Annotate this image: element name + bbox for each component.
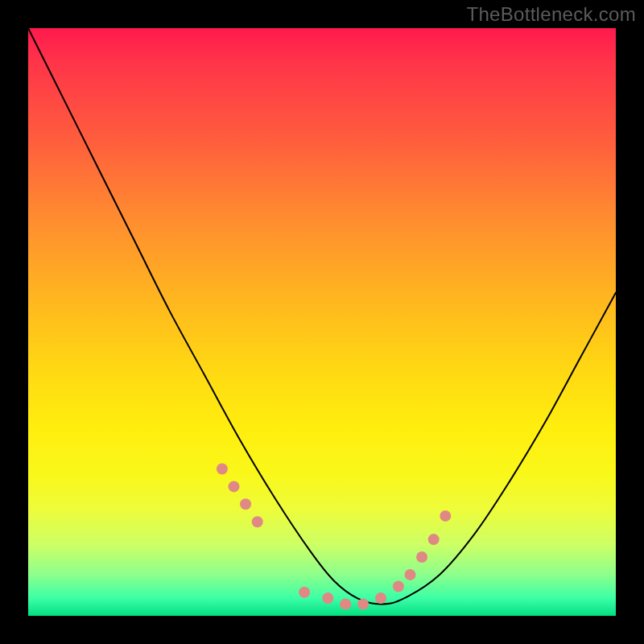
- highlight-dot: [440, 510, 451, 522]
- highlight-dot: [375, 592, 386, 604]
- highlight-dot: [357, 598, 369, 609]
- highlight-dot: [405, 569, 416, 580]
- watermark-text: TheBottleneck.com: [466, 3, 636, 26]
- chart-frame: TheBottleneck.com: [0, 0, 644, 644]
- highlight-dot: [416, 551, 427, 563]
- highlight-dot: [428, 534, 440, 545]
- highlight-dot: [229, 481, 240, 492]
- highlight-dot: [393, 581, 404, 592]
- highlight-dot: [340, 598, 351, 609]
- highlight-dots-group: [217, 464, 451, 610]
- chart-svg: [28, 28, 616, 616]
- highlight-dot: [240, 498, 251, 510]
- highlight-dot: [217, 464, 228, 475]
- highlight-dot: [322, 592, 333, 604]
- highlight-dot: [299, 587, 310, 598]
- bottleneck-curve-path: [28, 28, 616, 604]
- highlight-dot: [252, 516, 263, 527]
- plot-area: [28, 28, 616, 616]
